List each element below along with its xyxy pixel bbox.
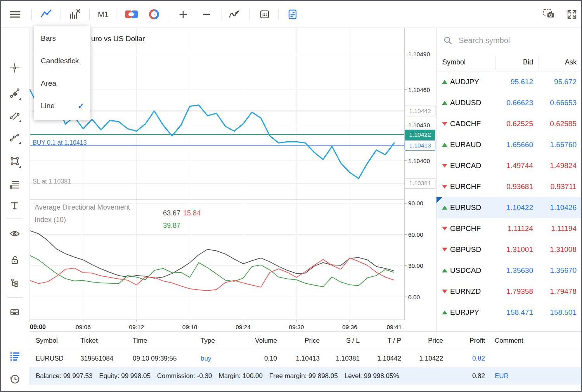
chart-type-option-area[interactable]: Area: [34, 72, 90, 95]
trade-column-header: Time: [125, 337, 193, 345]
cell-profit: 0.82: [443, 355, 485, 363]
chart-type-option-candlestick[interactable]: Candlestick: [34, 50, 90, 72]
arrow-glyph: [442, 290, 447, 293]
channel-tool-button[interactable]: [6, 107, 23, 124]
trade-tab-button[interactable]: [6, 347, 23, 364]
trade-column-header: Price: [277, 337, 320, 345]
cell-time: 09.10 09:39:55: [125, 355, 193, 363]
crosshair-tool-button[interactable]: [6, 59, 23, 76]
position-row[interactable]: EURUSD31955108409.10 09:39:55buy0.101.10…: [29, 350, 582, 368]
indicators-button[interactable]: [226, 6, 243, 23]
bid-value: 0.66623: [492, 99, 533, 107]
svg-text:09:18: 09:18: [182, 324, 197, 330]
trendline-ruler-icon: [9, 88, 20, 99]
one-click-trading-button[interactable]: [123, 6, 140, 23]
chart-type-button[interactable]: [38, 6, 55, 23]
history-tab-button[interactable]: [6, 371, 23, 388]
cell-ticket: 319551084: [74, 355, 125, 363]
arrow-glyph: [442, 143, 447, 147]
calendar-button[interactable]: [256, 6, 273, 23]
trade-column-header: Type: [193, 337, 228, 345]
history-clock-icon: [9, 374, 20, 385]
object-list-button[interactable]: [6, 274, 23, 291]
fullscreen-button[interactable]: [563, 6, 580, 23]
account-metric: Equity: 99 998.05: [99, 372, 151, 380]
indicators-icon: [229, 9, 240, 20]
arrow-glyph: [442, 206, 447, 210]
fullscreen-icon: [566, 9, 577, 20]
trade-panel-icon: [288, 9, 298, 20]
ask-value: 1.10426: [533, 203, 577, 212]
bars-cross-icon: [68, 8, 81, 21]
screenshot-icon: [542, 9, 555, 20]
symbol-name: EURCHF: [450, 182, 492, 191]
svg-text:60.00: 60.00: [408, 231, 423, 238]
arrow-glyph: [442, 80, 447, 84]
trade-column-header: Volume: [228, 337, 277, 345]
header-separator: [539, 56, 539, 69]
market-watch-row-gbpusd[interactable]: GBPUSD1.310011.31008: [436, 239, 582, 260]
market-watch-row-eurnzd[interactable]: EURNZD1.793581.79478: [436, 281, 582, 302]
down-arrow-icon: [442, 164, 447, 168]
trade-column-header: T / P: [360, 337, 401, 345]
zoom-in-button[interactable]: [175, 6, 192, 23]
market-watch-row-eurjpy[interactable]: EURJPY158.471158.501: [436, 302, 582, 323]
trade-table-header: SymbolTicketTimeTypeVolumePriceS / LT / …: [29, 332, 582, 350]
trade-column-header: S / L: [320, 337, 360, 345]
object-lock-button[interactable]: [6, 252, 23, 269]
remove-indicator-button[interactable]: [66, 6, 83, 23]
cell-price: 1.10413: [277, 355, 320, 363]
object-tree-icon: [9, 278, 20, 288]
chart-type-option-line[interactable]: Line✓: [34, 95, 90, 117]
zoom-out-button[interactable]: [198, 6, 215, 23]
print-button[interactable]: [6, 304, 23, 321]
symbol-name: EURNZD: [450, 287, 492, 296]
polyline-tool-button[interactable]: [6, 128, 23, 146]
cell-sl: 1.10381: [320, 355, 360, 363]
cell-type: buy: [193, 355, 228, 363]
shapes-tool-button[interactable]: [6, 153, 23, 170]
search-input[interactable]: [458, 36, 577, 45]
market-watch-row-gbpchf[interactable]: GBPCHF1.111241.11194: [436, 218, 582, 239]
rail-divider: [7, 297, 23, 298]
submenu-corner: [19, 142, 21, 144]
ask-value: 1.11194: [533, 224, 577, 233]
market-watch-row-usdcad[interactable]: USDCAD1.356301.35670: [436, 260, 582, 281]
object-visibility-button[interactable]: [6, 225, 23, 242]
arrow-glyph: [442, 269, 447, 272]
header-separator: [495, 56, 495, 69]
market-watch-row-audjpy[interactable]: AUDJPY95.61295.672: [436, 71, 582, 92]
fibonacci-tool-button[interactable]: [6, 176, 23, 193]
market-watch-row-euraud[interactable]: EURAUD1.656601.65760: [436, 134, 582, 155]
down-arrow-icon: [442, 227, 447, 231]
trade-column-header: Profit: [443, 337, 485, 345]
svg-text:30.00: 30.00: [408, 262, 423, 269]
text-tool-button[interactable]: [6, 197, 23, 214]
svg-text:09:36: 09:36: [342, 324, 357, 330]
arrow-glyph: [442, 122, 447, 126]
market-watch-row-eurchf[interactable]: EURCHF0.936810.93711: [436, 176, 582, 197]
market-watch-row-eurusd[interactable]: EURUSD1.104221.10426: [436, 197, 582, 218]
symbol-name: EURAUD: [450, 140, 492, 149]
svg-text:09:41: 09:41: [387, 324, 402, 330]
market-watch-row-eurcad[interactable]: EURCAD1.497441.49824: [436, 155, 582, 176]
ask-value: 1.65760: [533, 140, 577, 149]
ask-value: 1.49824: [533, 161, 577, 170]
trade-panel-button[interactable]: [284, 6, 301, 23]
screenshot-button[interactable]: [540, 6, 557, 23]
line-chart-icon: [40, 8, 52, 21]
menu-button[interactable]: [7, 6, 24, 23]
market-watch-row-cadchf[interactable]: CADCHF0.625250.62585: [436, 113, 582, 134]
timeframe-button[interactable]: M1: [95, 6, 112, 23]
svg-text:1.10442: 1.10442: [409, 108, 431, 114]
down-arrow-icon: [442, 290, 447, 293]
svg-text:09:24: 09:24: [236, 324, 251, 330]
svg-text:09:12: 09:12: [129, 324, 144, 330]
chart-type-option-bars[interactable]: Bars: [34, 27, 90, 50]
trendline-tool-button[interactable]: [6, 85, 23, 102]
up-arrow-icon: [442, 143, 447, 147]
content-area: 1.104901.104601.104301.1040090.0060.0030…: [29, 28, 581, 391]
market-depth-button[interactable]: [146, 6, 163, 23]
up-arrow-icon: [442, 206, 447, 210]
market-watch-row-audusd[interactable]: AUDUSD0.666230.66653: [436, 92, 582, 113]
